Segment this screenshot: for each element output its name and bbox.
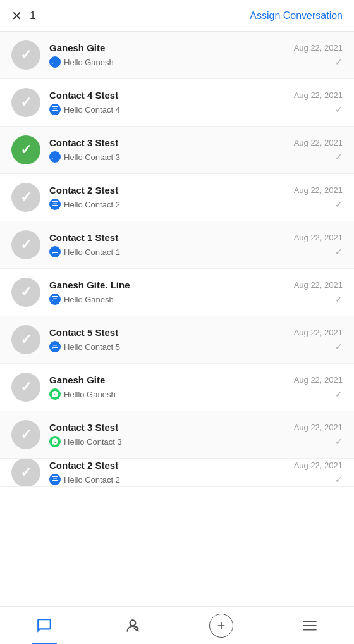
conversation-item[interactable]: ✓Contact 2 StestAug 22, 2021Hello Contac…: [0, 459, 354, 487]
svg-point-5: [56, 108, 56, 109]
conv-bottom-row: Helllo Ganesh✓: [49, 388, 343, 400]
conv-name: Contact 3 Stest: [49, 137, 118, 148]
conv-name: Contact 5 Stest: [49, 327, 118, 338]
conv-content: Contact 3 StestAug 22, 2021Helllo Contac…: [49, 422, 343, 447]
conversation-item[interactable]: ✓Contact 4 StestAug 22, 2021Hello Contac…: [0, 79, 354, 127]
conv-bottom-row: Hello Ganesh✓: [49, 294, 343, 305]
conv-preview: Hello Contact 5: [49, 341, 120, 352]
conv-preview-text: Hello Contact 2: [64, 200, 120, 209]
conv-content: Contact 2 StestAug 22, 2021Hello Contact…: [49, 460, 343, 485]
chat-channel-icon: [49, 199, 61, 210]
whatsapp-channel-icon: [49, 436, 61, 447]
checkmark-icon: ✓: [20, 331, 32, 348]
svg-point-3: [53, 108, 54, 109]
chat-channel-icon: [49, 104, 61, 115]
conv-date: Aug 22, 2021: [294, 375, 343, 385]
conv-preview-text: Hello Contact 3: [64, 152, 120, 162]
conv-bottom-row: Hello Contact 1✓: [49, 246, 343, 257]
avatar-circle: ✓: [11, 135, 40, 164]
svg-point-23: [56, 478, 56, 479]
chat-channel-icon: [49, 151, 61, 163]
avatar-circle: ✓: [11, 230, 40, 259]
conv-content: Ganesh Gite. LineAug 22, 2021Hello Ganes…: [49, 280, 343, 305]
whatsapp-channel-icon: [49, 388, 61, 400]
conv-top-row: Contact 2 StestAug 22, 2021: [49, 460, 343, 471]
conv-read-checkmark: ✓: [335, 437, 343, 447]
checkmark-icon: ✓: [20, 237, 32, 253]
close-icon[interactable]: ✕: [11, 9, 22, 22]
conv-name: Contact 4 Stest: [49, 90, 118, 101]
conv-read-checkmark: ✓: [335, 474, 343, 485]
checkmark-icon: ✓: [20, 426, 32, 443]
assign-conversation-button[interactable]: Assign Conversation: [250, 10, 343, 22]
conv-preview: Helllo Ganesh: [49, 388, 116, 400]
conv-content: Contact 1 StestAug 22, 2021Hello Contact…: [49, 232, 343, 257]
conv-name: Contact 2 Stest: [49, 460, 118, 471]
conversation-item[interactable]: ✓Contact 5 StestAug 22, 2021Hello Contac…: [0, 316, 354, 364]
conv-date: Aug 22, 2021: [294, 328, 343, 337]
conv-top-row: Ganesh GiteAug 22, 2021: [49, 375, 343, 385]
svg-point-18: [53, 345, 54, 346]
nav-conversations[interactable]: [28, 612, 60, 640]
checkmark-icon: ✓: [20, 142, 32, 158]
conversation-item[interactable]: ✓Ganesh GiteAug 22, 2021Helllo Ganesh✓: [0, 364, 354, 411]
svg-point-19: [54, 345, 55, 346]
conv-preview-text: Hello Contact 2: [64, 475, 120, 485]
conv-preview-text: Hello Ganesh: [64, 295, 114, 304]
svg-point-7: [54, 156, 55, 156]
conversation-item[interactable]: ✓Contact 2 StestAug 22, 2021Hello Contac…: [0, 174, 354, 221]
avatar-circle: ✓: [11, 278, 40, 307]
header-left: ✕ 1: [11, 9, 35, 22]
conv-preview: Hello Contact 4: [49, 104, 120, 115]
avatar-circle: ✓: [11, 373, 40, 402]
conv-top-row: Contact 4 StestAug 22, 2021: [49, 90, 343, 101]
checkmark-icon: ✓: [20, 379, 32, 395]
svg-point-0: [53, 61, 54, 61]
svg-point-4: [54, 108, 55, 109]
conversation-item[interactable]: ✓Contact 1 StestAug 22, 2021Hello Contac…: [0, 221, 354, 269]
conv-content: Contact 4 StestAug 22, 2021Hello Contact…: [49, 90, 343, 115]
svg-point-14: [56, 251, 56, 251]
avatar-circle: ✓: [11, 40, 40, 70]
avatar-circle: ✓: [11, 88, 40, 117]
checkmark-icon: ✓: [20, 47, 32, 63]
chat-channel-icon: [49, 246, 61, 257]
conv-preview-text: Hello Contact 4: [64, 105, 120, 115]
conversation-item[interactable]: ✓Ganesh Gite. LineAug 22, 2021Hello Gane…: [0, 269, 354, 316]
conv-bottom-row: Hello Contact 2✓: [49, 474, 343, 485]
svg-point-13: [54, 251, 55, 251]
conversation-item[interactable]: ✓Contact 3 StestAug 22, 2021Hello Contac…: [0, 127, 354, 174]
conv-read-checkmark: ✓: [335, 199, 343, 209]
new-button[interactable]: [209, 614, 233, 638]
menu-icon: [301, 617, 319, 635]
conv-preview-text: Helllo Contact 3: [64, 437, 122, 447]
nav-menu[interactable]: [294, 612, 326, 640]
chat-channel-icon: [49, 294, 61, 305]
svg-point-10: [54, 203, 55, 204]
conv-date: Aug 22, 2021: [294, 138, 343, 147]
conv-read-checkmark: ✓: [335, 389, 343, 399]
checkmark-icon: ✓: [20, 464, 32, 481]
conversation-item[interactable]: ✓Contact 3 StestAug 22, 2021Helllo Conta…: [0, 411, 354, 459]
conv-preview: Hello Ganesh: [49, 56, 114, 68]
conversations-icon: [35, 617, 53, 635]
nav-contacts[interactable]: [117, 612, 149, 640]
conv-name: Ganesh Gite: [49, 375, 105, 385]
conversation-item[interactable]: ✓Ganesh GiteAug 22, 2021Hello Ganesh✓: [0, 32, 354, 79]
conv-bottom-row: Hello Contact 2✓: [49, 199, 343, 210]
svg-point-22: [54, 478, 55, 479]
nav-new[interactable]: [205, 612, 237, 640]
conv-preview: Helllo Contact 3: [49, 436, 122, 447]
svg-point-6: [53, 156, 54, 156]
conv-name: Contact 1 Stest: [49, 232, 118, 243]
avatar-circle: ✓: [11, 183, 40, 212]
conv-preview: Hello Contact 2: [49, 474, 120, 485]
conv-content: Contact 2 StestAug 22, 2021Hello Contact…: [49, 185, 343, 210]
conv-bottom-row: Hello Contact 5✓: [49, 341, 343, 352]
avatar-circle: ✓: [11, 420, 40, 449]
chat-channel-icon: [49, 341, 61, 352]
bottom-nav: [0, 606, 354, 644]
conv-content: Contact 5 StestAug 22, 2021Hello Contact…: [49, 327, 343, 352]
conv-name: Contact 2 Stest: [49, 185, 118, 195]
conv-preview-text: Hello Ganesh: [64, 58, 114, 67]
